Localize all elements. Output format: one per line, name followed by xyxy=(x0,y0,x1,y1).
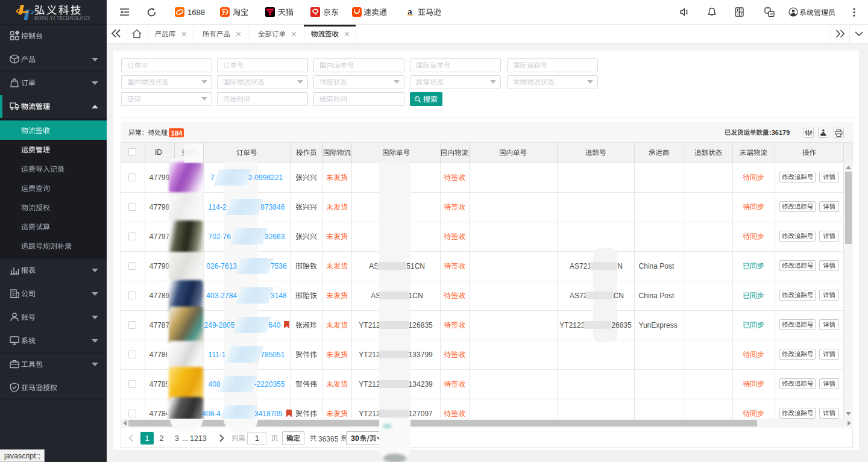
svg-text:a: a xyxy=(407,7,412,16)
